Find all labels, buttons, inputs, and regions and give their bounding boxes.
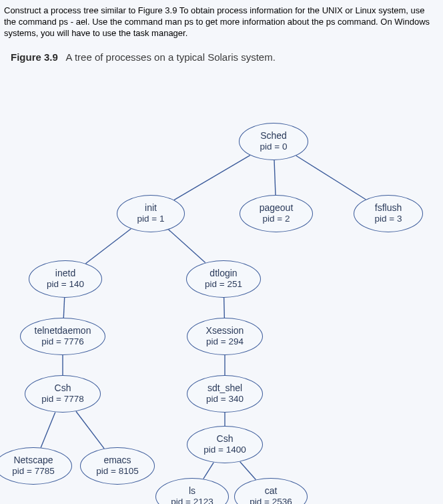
svg-line-0 bbox=[174, 156, 250, 200]
process-name: dtlogin bbox=[209, 268, 237, 280]
process-node-init: initpid = 1 bbox=[117, 195, 185, 232]
process-pid: pid = 7776 bbox=[41, 336, 83, 348]
figure-label: Figure 3.9 bbox=[11, 51, 58, 63]
svg-line-12 bbox=[203, 463, 213, 479]
process-name: ls bbox=[189, 485, 195, 497]
figure-caption: Figure 3.9 A tree of processes on a typi… bbox=[0, 39, 443, 63]
process-node-fsflush: fsflushpid = 3 bbox=[354, 195, 423, 232]
process-pid: pid = 1400 bbox=[203, 445, 246, 456]
svg-line-13 bbox=[240, 462, 256, 480]
process-node-pageout: pageoutpid = 2 bbox=[240, 195, 313, 232]
process-name: Csh bbox=[55, 383, 71, 395]
process-name: fsflush bbox=[375, 202, 402, 214]
process-pid: pid = 7785 bbox=[12, 466, 54, 477]
process-node-emacs: emacspid = 8105 bbox=[80, 447, 155, 485]
process-pid: pid = 251 bbox=[205, 279, 242, 290]
process-name: Sched bbox=[260, 130, 287, 142]
process-node-xsession: Xsessionpid = 294 bbox=[187, 318, 263, 355]
process-name: sdt_shel bbox=[207, 383, 242, 395]
question-text: Construct a process tree similar to Figu… bbox=[0, 0, 443, 39]
process-node-telnetdaemon: telnetdaemonpid = 7776 bbox=[20, 318, 105, 355]
process-name: inetd bbox=[55, 268, 75, 280]
process-pid: pid = 340 bbox=[206, 394, 244, 405]
process-pid: pid = 3 bbox=[375, 214, 402, 225]
process-node-sdtshel: sdt_shelpid = 340 bbox=[187, 375, 263, 413]
process-node-dtlogin: dtloginpid = 251 bbox=[186, 260, 261, 298]
svg-line-3 bbox=[85, 229, 131, 264]
process-name: init bbox=[145, 202, 157, 214]
svg-line-7 bbox=[41, 412, 55, 447]
process-pid: pid = 0 bbox=[260, 142, 288, 153]
svg-line-9 bbox=[224, 298, 225, 318]
process-pid: pid = 2 bbox=[263, 214, 290, 225]
process-name: Xsession bbox=[206, 325, 244, 337]
process-name: telnetdaemon bbox=[35, 325, 91, 337]
process-node-csh1: Cshpid = 7778 bbox=[25, 375, 101, 413]
process-name: emacs bbox=[103, 455, 131, 467]
process-pid: pid = 7778 bbox=[41, 394, 83, 405]
figure-caption-text: A tree of processes on a typical Solaris… bbox=[66, 51, 276, 63]
process-pid: pid = 2123 bbox=[171, 497, 213, 504]
process-node-csh2: Cshpid = 1400 bbox=[187, 426, 263, 463]
svg-line-2 bbox=[296, 156, 366, 199]
process-name: Csh bbox=[217, 433, 234, 445]
process-pid: pid = 2536 bbox=[250, 497, 292, 504]
process-pid: pid = 294 bbox=[206, 336, 244, 348]
process-pid: pid = 8105 bbox=[96, 466, 138, 477]
process-name: Netscape bbox=[13, 455, 53, 467]
process-pid: pid = 140 bbox=[47, 279, 84, 290]
process-pid: pid = 1 bbox=[137, 214, 165, 225]
process-name: pageout bbox=[260, 202, 294, 214]
process-node-sched: Schedpid = 0 bbox=[239, 123, 308, 160]
svg-line-8 bbox=[76, 411, 104, 449]
svg-line-5 bbox=[63, 298, 64, 318]
process-name: cat bbox=[265, 485, 278, 497]
process-node-inetd: inetdpid = 140 bbox=[29, 260, 102, 298]
process-tree-diagram: Schedpid = 0initpid = 1pageoutpid = 2fsf… bbox=[0, 100, 443, 501]
svg-line-1 bbox=[274, 160, 276, 195]
svg-line-4 bbox=[169, 230, 205, 263]
